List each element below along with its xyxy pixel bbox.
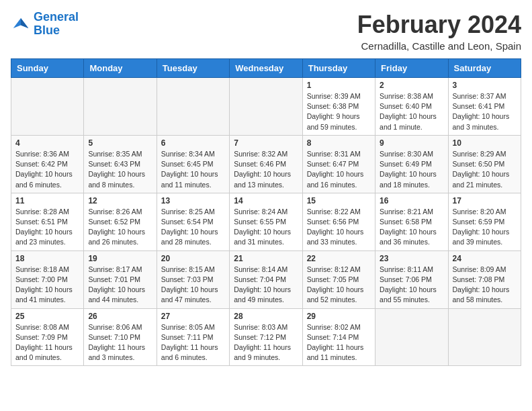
day-info: Sunrise: 8:02 AM Sunset: 7:14 PM Dayligh… xyxy=(307,322,371,363)
weekday-header: Saturday xyxy=(448,59,521,78)
calendar-cell: 5Sunrise: 8:35 AM Sunset: 6:43 PM Daylig… xyxy=(84,135,157,193)
calendar-cell: 28Sunrise: 8:03 AM Sunset: 7:12 PM Dayli… xyxy=(230,308,302,366)
calendar-cell: 10Sunrise: 8:29 AM Sunset: 6:50 PM Dayli… xyxy=(448,135,521,193)
day-info: Sunrise: 8:34 AM Sunset: 6:45 PM Dayligh… xyxy=(161,149,225,190)
calendar-cell: 12Sunrise: 8:26 AM Sunset: 6:52 PM Dayli… xyxy=(84,193,157,250)
calendar-cell xyxy=(11,78,84,136)
calendar-cell: 17Sunrise: 8:20 AM Sunset: 6:59 PM Dayli… xyxy=(448,193,521,250)
calendar-cell: 23Sunrise: 8:11 AM Sunset: 7:06 PM Dayli… xyxy=(375,250,448,308)
calendar-week-row: 1Sunrise: 8:39 AM Sunset: 6:38 PM Daylig… xyxy=(11,78,521,136)
calendar-table: SundayMondayTuesdayWednesdayThursdayFrid… xyxy=(11,58,521,366)
calendar-cell: 6Sunrise: 8:34 AM Sunset: 6:45 PM Daylig… xyxy=(157,135,229,193)
calendar-cell xyxy=(375,308,448,366)
calendar-cell: 22Sunrise: 8:12 AM Sunset: 7:05 PM Dayli… xyxy=(302,250,375,308)
logo-line2: Blue xyxy=(34,24,60,37)
calendar-cell: 13Sunrise: 8:25 AM Sunset: 6:54 PM Dayli… xyxy=(157,193,229,250)
day-info: Sunrise: 8:21 AM Sunset: 6:58 PM Dayligh… xyxy=(380,207,443,248)
calendar-cell: 15Sunrise: 8:22 AM Sunset: 6:56 PM Dayli… xyxy=(302,193,375,250)
title-block: February 2024 Cernadilla, Castille and L… xyxy=(357,11,521,52)
day-info: Sunrise: 8:20 AM Sunset: 6:59 PM Dayligh… xyxy=(453,207,517,248)
day-number: 3 xyxy=(453,81,517,90)
day-info: Sunrise: 8:32 AM Sunset: 6:46 PM Dayligh… xyxy=(234,149,298,190)
day-info: Sunrise: 8:05 AM Sunset: 7:11 PM Dayligh… xyxy=(161,322,225,363)
day-number: 27 xyxy=(161,312,225,321)
logo-icon xyxy=(11,14,31,34)
day-info: Sunrise: 8:29 AM Sunset: 6:50 PM Dayligh… xyxy=(453,149,517,190)
calendar-cell: 7Sunrise: 8:32 AM Sunset: 6:46 PM Daylig… xyxy=(230,135,302,193)
calendar-cell: 16Sunrise: 8:21 AM Sunset: 6:58 PM Dayli… xyxy=(375,193,448,250)
calendar-cell: 21Sunrise: 8:14 AM Sunset: 7:04 PM Dayli… xyxy=(230,250,302,308)
day-number: 24 xyxy=(453,254,517,263)
weekday-header: Monday xyxy=(84,59,157,78)
calendar-week-row: 25Sunrise: 8:08 AM Sunset: 7:09 PM Dayli… xyxy=(11,308,521,366)
calendar-cell xyxy=(448,308,521,366)
calendar-cell: 19Sunrise: 8:17 AM Sunset: 7:01 PM Dayli… xyxy=(84,250,157,308)
day-number: 1 xyxy=(307,81,371,90)
day-number: 10 xyxy=(453,138,517,148)
day-info: Sunrise: 8:31 AM Sunset: 6:47 PM Dayligh… xyxy=(307,149,371,190)
day-number: 13 xyxy=(161,196,225,205)
day-number: 26 xyxy=(88,312,152,321)
day-info: Sunrise: 8:26 AM Sunset: 6:52 PM Dayligh… xyxy=(88,207,152,248)
day-info: Sunrise: 8:24 AM Sunset: 6:55 PM Dayligh… xyxy=(234,207,298,248)
calendar-cell xyxy=(230,78,302,136)
weekday-header: Tuesday xyxy=(157,59,229,78)
calendar-cell: 2Sunrise: 8:38 AM Sunset: 6:40 PM Daylig… xyxy=(375,78,448,136)
calendar-cell xyxy=(157,78,229,136)
day-number: 11 xyxy=(15,196,79,205)
day-info: Sunrise: 8:06 AM Sunset: 7:10 PM Dayligh… xyxy=(88,322,152,363)
calendar-cell: 26Sunrise: 8:06 AM Sunset: 7:10 PM Dayli… xyxy=(84,308,157,366)
day-number: 22 xyxy=(307,254,371,263)
day-number: 6 xyxy=(161,138,225,148)
weekday-header-row: SundayMondayTuesdayWednesdayThursdayFrid… xyxy=(11,59,521,78)
day-info: Sunrise: 8:03 AM Sunset: 7:12 PM Dayligh… xyxy=(234,322,298,363)
calendar-cell: 9Sunrise: 8:30 AM Sunset: 6:49 PM Daylig… xyxy=(375,135,448,193)
day-info: Sunrise: 8:36 AM Sunset: 6:42 PM Dayligh… xyxy=(15,149,79,190)
logo: General Blue xyxy=(11,11,79,38)
day-number: 9 xyxy=(380,138,443,148)
calendar-cell: 1Sunrise: 8:39 AM Sunset: 6:38 PM Daylig… xyxy=(302,78,375,136)
day-number: 16 xyxy=(380,196,443,205)
calendar-cell: 24Sunrise: 8:09 AM Sunset: 7:08 PM Dayli… xyxy=(448,250,521,308)
weekday-header: Sunday xyxy=(11,59,84,78)
day-number: 23 xyxy=(380,254,443,263)
day-info: Sunrise: 8:15 AM Sunset: 7:03 PM Dayligh… xyxy=(161,265,225,306)
day-number: 18 xyxy=(15,254,79,263)
day-info: Sunrise: 8:38 AM Sunset: 6:40 PM Dayligh… xyxy=(380,91,443,132)
day-number: 17 xyxy=(453,196,517,205)
calendar-cell xyxy=(84,78,157,136)
day-number: 19 xyxy=(88,254,152,263)
calendar-week-row: 18Sunrise: 8:18 AM Sunset: 7:00 PM Dayli… xyxy=(11,250,521,308)
day-number: 25 xyxy=(15,312,79,321)
day-info: Sunrise: 8:08 AM Sunset: 7:09 PM Dayligh… xyxy=(15,322,79,363)
calendar-cell: 18Sunrise: 8:18 AM Sunset: 7:00 PM Dayli… xyxy=(11,250,84,308)
day-number: 7 xyxy=(234,138,298,148)
location: Cernadilla, Castille and Leon, Spain xyxy=(357,40,521,52)
day-info: Sunrise: 8:30 AM Sunset: 6:49 PM Dayligh… xyxy=(380,149,443,190)
day-info: Sunrise: 8:17 AM Sunset: 7:01 PM Dayligh… xyxy=(88,265,152,306)
day-info: Sunrise: 8:35 AM Sunset: 6:43 PM Dayligh… xyxy=(88,149,152,190)
calendar-cell: 4Sunrise: 8:36 AM Sunset: 6:42 PM Daylig… xyxy=(11,135,84,193)
calendar-cell: 3Sunrise: 8:37 AM Sunset: 6:41 PM Daylig… xyxy=(448,78,521,136)
calendar-week-row: 11Sunrise: 8:28 AM Sunset: 6:51 PM Dayli… xyxy=(11,193,521,250)
day-info: Sunrise: 8:25 AM Sunset: 6:54 PM Dayligh… xyxy=(161,207,225,248)
logo-text: General Blue xyxy=(34,11,79,38)
logo-line1: General xyxy=(34,10,79,24)
weekday-header: Wednesday xyxy=(230,59,302,78)
day-info: Sunrise: 8:37 AM Sunset: 6:41 PM Dayligh… xyxy=(453,91,517,132)
calendar-cell: 8Sunrise: 8:31 AM Sunset: 6:47 PM Daylig… xyxy=(302,135,375,193)
day-info: Sunrise: 8:22 AM Sunset: 6:56 PM Dayligh… xyxy=(307,207,371,248)
day-number: 28 xyxy=(234,312,298,321)
calendar-cell: 29Sunrise: 8:02 AM Sunset: 7:14 PM Dayli… xyxy=(302,308,375,366)
day-info: Sunrise: 8:11 AM Sunset: 7:06 PM Dayligh… xyxy=(380,265,443,306)
day-number: 29 xyxy=(307,312,371,321)
day-number: 12 xyxy=(88,196,152,205)
day-info: Sunrise: 8:09 AM Sunset: 7:08 PM Dayligh… xyxy=(453,265,517,306)
calendar-cell: 11Sunrise: 8:28 AM Sunset: 6:51 PM Dayli… xyxy=(11,193,84,250)
calendar-cell: 27Sunrise: 8:05 AM Sunset: 7:11 PM Dayli… xyxy=(157,308,229,366)
weekday-header: Thursday xyxy=(302,59,375,78)
svg-marker-1 xyxy=(21,18,28,28)
day-number: 4 xyxy=(15,138,79,148)
day-number: 2 xyxy=(380,81,443,90)
day-number: 8 xyxy=(307,138,371,148)
